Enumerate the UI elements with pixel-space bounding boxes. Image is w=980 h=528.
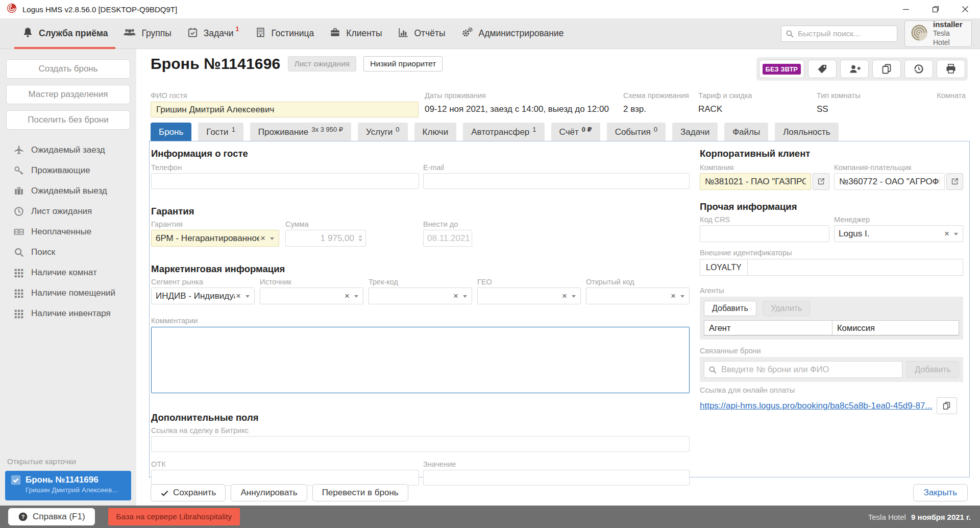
bitrix-link-input[interactable]	[151, 436, 690, 452]
history-button[interactable]	[904, 60, 933, 78]
open-payer-button[interactable]	[946, 173, 963, 190]
clear-icon[interactable]: ×	[943, 229, 950, 239]
checkin-without-booking-button[interactable]: Поселить без брони	[6, 110, 130, 130]
manager-label: Менеджер	[834, 215, 963, 224]
search-icon	[785, 29, 794, 38]
email-label: E-mail	[423, 163, 690, 172]
track-code-select[interactable]: ×	[369, 287, 472, 304]
close-icon[interactable]	[950, 0, 980, 18]
create-booking-button[interactable]: Создать бронь	[6, 59, 130, 79]
copy-booking-button[interactable]	[872, 60, 901, 78]
clear-icon[interactable]: ×	[259, 233, 266, 244]
sidebar-item-room-availability[interactable]: Наличие комнат	[0, 262, 136, 283]
database-server-button[interactable]: База на сервере Librahospitality	[108, 508, 240, 525]
source-select[interactable]: ×	[260, 287, 363, 304]
payer-company-label: Компания-плательщик	[834, 163, 963, 172]
title-bar: Logus HMS v2.8.56.0 [DESKTOP-Q9BDQ9T]	[0, 0, 980, 18]
people-icon	[123, 27, 136, 41]
tab-services[interactable]: Услуги0	[358, 123, 408, 141]
sidebar-item-expected-arrival[interactable]: Ожидаемый заезд	[0, 140, 136, 160]
add-guest-button[interactable]	[840, 60, 869, 78]
nav-item-reports[interactable]: Отчёты	[389, 18, 453, 49]
tab-events[interactable]: События0	[607, 123, 666, 141]
priority-badge[interactable]: Низкий приоритет	[363, 56, 443, 71]
tab-panel-booking: Информация о госте Телефон E-mail Гарант…	[149, 141, 970, 477]
crs-code-input[interactable]	[700, 225, 829, 242]
tab-guests[interactable]: Гости1	[198, 123, 243, 141]
agent-delete-button[interactable]: Удалить	[763, 301, 810, 316]
loyalty-input[interactable]	[747, 259, 963, 276]
sidebar-item-expected-departure[interactable]: Ожидаемый выезд	[0, 181, 136, 201]
copy-link-button[interactable]	[937, 397, 957, 414]
linked-add-button[interactable]: Добавить	[906, 361, 959, 378]
close-button[interactable]: Закрыть	[913, 484, 968, 501]
tab-loyalty[interactable]: Лояльность	[775, 123, 839, 141]
manager-select[interactable]: Logus I.×	[834, 225, 963, 242]
annul-button[interactable]: Аннулировать	[231, 484, 307, 501]
minimize-button[interactable]	[891, 0, 921, 18]
chevron-down-icon	[354, 295, 358, 298]
sidebar-item-search[interactable]: Поиск	[0, 242, 136, 262]
nav-item-groups[interactable]: Группы	[115, 18, 179, 49]
chevron-down-icon	[954, 233, 958, 235]
tab-files[interactable]: Файлы	[724, 123, 768, 141]
tags-button[interactable]	[808, 60, 837, 78]
guarantee-amount-input: 1 975,00	[285, 230, 366, 247]
agents-table-header: Агент Комиссия	[704, 320, 959, 335]
clear-icon[interactable]: ×	[452, 291, 459, 301]
marketing-heading: Маркетинговая информация	[151, 263, 690, 275]
user-panel[interactable]: installer Tesla Hotel	[904, 20, 972, 47]
segment-select[interactable]: ИНДИВ - Индивидуа×	[151, 287, 255, 304]
tab-invoice[interactable]: Счёт0 ₽	[551, 123, 600, 141]
payment-link[interactable]: https://api-hms.logus.pro/booking/ba8c5a…	[700, 401, 933, 411]
sidebar-item-space-availability[interactable]: Наличие помещений	[0, 283, 136, 303]
linked-booking-search-input[interactable]	[704, 361, 902, 378]
value-label: Значение	[423, 460, 690, 468]
convert-to-booking-button[interactable]: Перевести в бронь	[312, 484, 408, 501]
guest-name-input[interactable]	[151, 102, 419, 117]
payer-company-input[interactable]	[834, 173, 945, 190]
no-breakfast-button[interactable]: БЕЗ ЗВТР	[759, 60, 804, 78]
source-label: Источник	[260, 278, 363, 286]
restore-button[interactable]	[921, 0, 950, 18]
open-code-select[interactable]: ×	[586, 287, 690, 304]
sidebar-item-in-house[interactable]: Проживающие	[0, 160, 136, 181]
print-button[interactable]	[937, 60, 965, 78]
save-button[interactable]: Сохранить	[151, 484, 226, 501]
split-master-button[interactable]: Мастер разделения	[6, 85, 130, 104]
clear-icon[interactable]: ×	[344, 291, 351, 301]
guarantee-type-select[interactable]: 6РМ - Негарантированное ( ×	[151, 230, 279, 247]
waitlist-badge[interactable]: Лист ожидания	[288, 56, 357, 71]
nav-item-front-desk[interactable]: Служба приёма	[14, 18, 115, 49]
search-input[interactable]	[781, 26, 897, 42]
tab-keys[interactable]: Ключи	[414, 123, 457, 141]
open-card-booking[interactable]: Бронь №1141696 Гришин Дмитрий Алексеев..…	[5, 471, 131, 500]
sidebar-item-waitlist[interactable]: Лист ожидания	[0, 201, 136, 222]
value-input[interactable]	[423, 470, 690, 486]
tab-booking[interactable]: Бронь	[151, 123, 191, 141]
help-button[interactable]: ? Справка (F1)	[8, 508, 95, 525]
phone-input[interactable]	[151, 173, 419, 189]
open-company-button[interactable]	[813, 173, 829, 190]
agent-add-button[interactable]: Добавить	[704, 301, 756, 316]
clear-icon[interactable]: ×	[670, 291, 677, 301]
clear-icon[interactable]: ×	[235, 291, 242, 301]
tab-stay[interactable]: Проживание3х 3 950 ₽	[250, 123, 351, 141]
geo-select[interactable]: ×	[477, 287, 581, 304]
tab-tasks[interactable]: Задачи	[672, 123, 718, 141]
nav-item-administration[interactable]: Администрирование	[453, 18, 572, 49]
nav-item-hotel[interactable]: Гостиница	[247, 18, 322, 49]
check-icon	[160, 489, 169, 497]
sidebar-item-unpaid[interactable]: Неоплаченные	[0, 222, 136, 242]
nav-item-clients[interactable]: Клиенты	[322, 18, 389, 49]
linked-bookings-panel: Добавить	[700, 357, 963, 382]
sidebar-item-inventory-availability[interactable]: Наличие инвентаря	[0, 303, 136, 324]
otk-input[interactable]	[151, 470, 419, 486]
chevron-down-icon	[270, 237, 274, 240]
clear-icon[interactable]: ×	[561, 291, 568, 301]
email-input[interactable]	[423, 173, 690, 189]
company-input[interactable]	[700, 173, 811, 190]
comments-textarea[interactable]	[151, 327, 690, 393]
tab-transfer[interactable]: Автотрансфер1	[463, 123, 544, 141]
nav-item-tasks[interactable]: Задачи 1	[179, 18, 247, 49]
